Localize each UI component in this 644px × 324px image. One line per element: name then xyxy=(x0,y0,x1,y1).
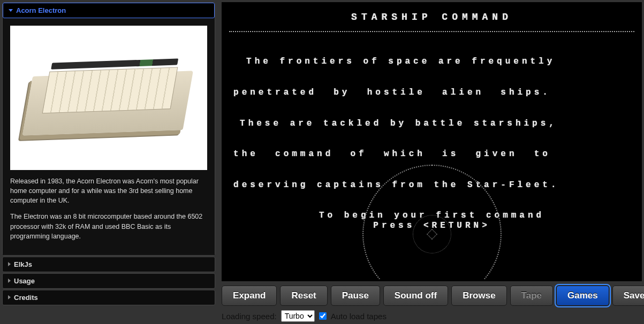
accordion-header-usage[interactable]: Usage xyxy=(3,274,215,288)
sidebar: Acorn Electron Released in 1983, the Aco… xyxy=(2,2,215,322)
games-button[interactable]: Games xyxy=(556,286,609,306)
chevron-right-icon xyxy=(8,279,11,283)
game-title: STARSHIP COMMAND xyxy=(224,4,640,22)
accordion-header-acorn[interactable]: Acorn Electron xyxy=(3,3,215,18)
accordion-title: ElkJs xyxy=(14,260,32,268)
loading-speed-label: Loading speed: xyxy=(222,312,277,321)
expand-button[interactable]: Expand xyxy=(222,286,277,306)
loading-speed-select[interactable]: Turbo xyxy=(281,310,315,322)
chevron-right-icon xyxy=(8,295,11,299)
sound-button[interactable]: Sound off xyxy=(383,286,448,306)
accordion-acorn-electron: Acorn Electron Released in 1983, the Aco… xyxy=(2,2,215,256)
accordion-elkjs: ElkJs xyxy=(2,257,215,272)
computer-image xyxy=(10,26,207,170)
chevron-right-icon xyxy=(8,262,11,266)
accordion-header-credits[interactable]: Credits xyxy=(3,290,215,305)
description-p1: Released in 1983, the Acorn Electron was… xyxy=(10,176,207,205)
control-bar: Expand Reset Pause Sound off Browse Tape… xyxy=(222,286,642,306)
chevron-down-icon xyxy=(9,9,13,12)
accordion-body-acorn: Released in 1983, the Acorn Electron was… xyxy=(3,18,215,255)
bottom-row: Loading speed: Turbo Auto load tapes xyxy=(222,310,642,322)
accordion-title: Usage xyxy=(14,277,35,285)
pause-button[interactable]: Pause xyxy=(331,286,380,306)
accordion-header-elkjs[interactable]: ElkJs xyxy=(3,257,215,272)
description-p2: The Electron was an 8 bit microcomputer … xyxy=(10,212,207,241)
divider xyxy=(229,31,634,32)
autoload-checkbox[interactable] xyxy=(319,312,327,320)
accordion-title: Acorn Electron xyxy=(16,6,66,14)
emulator-screen[interactable]: STARSHIP COMMAND The frontiers of space … xyxy=(222,2,642,281)
accordion-credits: Credits xyxy=(2,290,215,305)
accordion-title: Credits xyxy=(14,294,38,302)
reset-button[interactable]: Reset xyxy=(280,286,327,306)
description-text: Released in 1983, the Acorn Electron was… xyxy=(10,176,207,241)
ship-icon xyxy=(427,229,437,240)
main-area: STARSHIP COMMAND The frontiers of space … xyxy=(222,2,642,322)
autoload-label: Auto load tapes xyxy=(331,312,387,321)
accordion-usage: Usage xyxy=(2,273,215,289)
tape-button: Tape xyxy=(510,286,553,306)
save-button[interactable]: Save xyxy=(612,286,644,306)
browse-button[interactable]: Browse xyxy=(451,286,506,306)
